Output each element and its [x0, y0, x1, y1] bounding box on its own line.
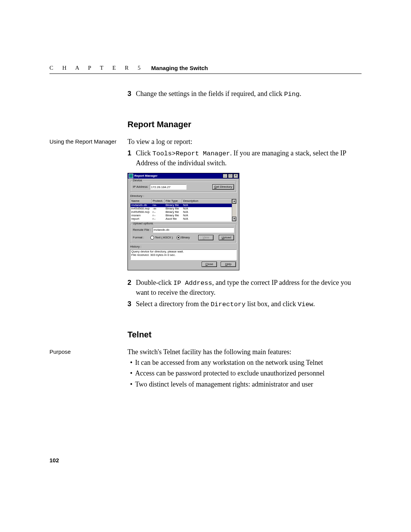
list-item[interactable]: mvlandb.dbrw-Binary fileN/A: [131, 204, 232, 207]
close-button[interactable]: Close: [202, 262, 217, 267]
chapter-number: C H A P T E R 5: [49, 65, 144, 71]
margin-note: Using the Report Manager: [49, 137, 127, 145]
upload-button[interactable]: Upload: [219, 235, 234, 240]
close-button[interactable]: ×: [233, 174, 238, 178]
heading-report-manager: Report Manager: [127, 119, 362, 130]
dialog-titlebar[interactable]: Report Manager _ □ ×: [128, 173, 239, 179]
page-number: 102: [49, 457, 59, 463]
inline-code: IP Address: [173, 280, 212, 287]
ip-address-label: IP Address:: [133, 185, 148, 189]
directory-listbox[interactable]: Name Protect. File Type Description mvla…: [130, 199, 237, 222]
inline-code: Ping: [284, 91, 299, 98]
radio-text-ascii[interactable]: Text ( ASCII ): [150, 236, 173, 240]
minimize-button[interactable]: _: [223, 174, 228, 178]
heading-telnet: Telnet: [127, 329, 362, 340]
col-filetype[interactable]: File Type: [165, 199, 182, 203]
step-1: 1 Click Tools>Report Manager. If you are…: [127, 149, 362, 168]
chapter-title: Managing the Switch: [151, 65, 208, 71]
remote-file-label: Remote File :: [133, 228, 151, 232]
scroll-down-button[interactable]: ▼: [232, 217, 236, 221]
list-item[interactable]: reportr--Ascii fileN/A: [131, 217, 232, 221]
step-number: 2: [127, 278, 136, 297]
list-header: Name Protect. File Type Description: [131, 199, 232, 204]
device-fieldset: Device IP Address: Get Directory: [130, 181, 237, 192]
step-3: 3 Select a directory from the Directory …: [127, 299, 362, 309]
history-box: Query device for directory, please wait.…: [130, 249, 237, 260]
inline-code: View: [298, 301, 313, 308]
get-directory-button[interactable]: Get Directory: [212, 184, 234, 190]
intro-text: The switch's Telnet facility has the fol…: [127, 347, 362, 356]
bullet-item: Two distinct levels of management rights…: [127, 380, 362, 389]
scroll-up-button[interactable]: ▲: [232, 199, 236, 204]
step-2: 2 Double-click IP Address, and type the …: [127, 278, 362, 297]
ip-address-input[interactable]: [150, 184, 186, 190]
fieldset-legend: Device: [132, 179, 143, 182]
maximize-button[interactable]: □: [228, 174, 233, 178]
step-text: Change the settings in the fields if req…: [136, 90, 284, 97]
list-item[interactable]: logr--Ascii fileN/A: [131, 221, 232, 221]
upload-options-fieldset: Upload options Remote File : Format : Te…: [130, 224, 237, 243]
bullet-item: It can be accessed from any workstation …: [127, 358, 362, 367]
step-3-ping: 3 Change the settings in the fields if r…: [127, 89, 362, 99]
col-description[interactable]: Description: [182, 199, 232, 203]
remote-file-input[interactable]: [153, 227, 234, 233]
scroll-track[interactable]: [232, 204, 236, 217]
app-icon: [129, 174, 133, 178]
dialog-title: Report Manager: [134, 174, 222, 178]
step-number: 3: [127, 89, 136, 99]
history-label: History :: [130, 245, 237, 249]
intro-text: To view a log or report:: [127, 137, 362, 146]
format-label: Format :: [133, 236, 149, 240]
view-button[interactable]: View: [198, 235, 213, 240]
list-item[interactable]: msramr--Binary fileN/A: [131, 214, 232, 217]
dialog-window: Report Manager _ □ × Device IP Address:: [127, 173, 239, 270]
list-item[interactable]: in45d568.nvp-w-Binary fileN/A: [131, 207, 232, 211]
col-protect[interactable]: Protect.: [152, 199, 165, 203]
col-name[interactable]: Name: [131, 199, 152, 203]
inline-code: Tools>Report Manager: [153, 150, 230, 157]
running-header: C H A P T E R 5 Managing the Switch: [49, 65, 362, 74]
list-item[interactable]: in45d568.nvpr--Binary fileN/A: [131, 211, 232, 214]
scrollbar[interactable]: ▲ ▼: [232, 199, 236, 221]
inline-code: Directory: [210, 301, 245, 308]
radio-binary[interactable]: Binary: [177, 236, 190, 240]
history-line: File received. 303 bytes in 0 sec.: [131, 254, 236, 257]
fieldset-legend: Upload options: [132, 222, 154, 225]
bullet-item: Access can be password protected to excl…: [127, 369, 362, 378]
figure-report-manager-dialog: Report Manager _ □ × Device IP Address:: [127, 173, 362, 270]
help-button[interactable]: Help: [221, 262, 236, 267]
margin-note: Purpose: [49, 347, 127, 356]
directory-label: Directory :: [130, 195, 237, 198]
step-number: 3: [127, 299, 136, 309]
step-number: 1: [127, 149, 136, 168]
